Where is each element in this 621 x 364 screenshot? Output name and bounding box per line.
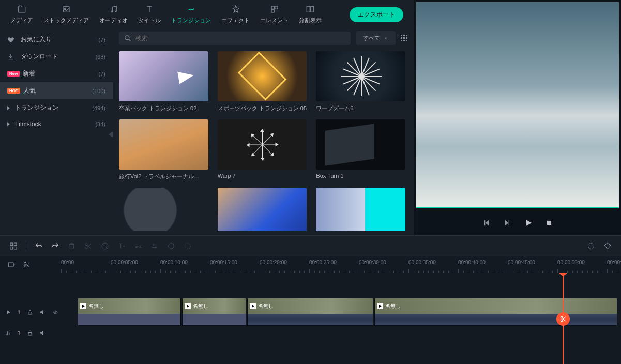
video-track[interactable]: 名無し名無し名無し名無し bbox=[61, 298, 621, 327]
adjust-button[interactable] bbox=[147, 239, 162, 253]
transition-item[interactable]: Box Turn 1 bbox=[316, 119, 405, 180]
search-icon bbox=[124, 35, 131, 42]
transition-item[interactable]: 線形 1 bbox=[316, 188, 405, 231]
delete-button[interactable] bbox=[65, 239, 79, 253]
ruler-label: 00:00:35:00 bbox=[408, 260, 436, 265]
sidebar-item-download[interactable]: ダウンロード(63) bbox=[0, 48, 113, 65]
transition-item[interactable]: Orb Twist 1 bbox=[119, 188, 208, 231]
timeline-clip[interactable]: 名無し bbox=[247, 298, 373, 326]
timeline: 00:0000:00:05:0000:00:10:0000:00:15:0000… bbox=[0, 256, 621, 364]
filter-dropdown[interactable]: すべて bbox=[356, 31, 396, 45]
magnet-icon[interactable] bbox=[23, 261, 31, 269]
step-back-icon[interactable] bbox=[482, 219, 491, 227]
item-label: ワープズーム6 bbox=[316, 104, 405, 112]
color-button[interactable] bbox=[164, 239, 178, 253]
eye-icon[interactable] bbox=[52, 310, 59, 315]
sidebar-item-new[interactable]: New 新着(7) bbox=[0, 65, 113, 82]
main-tabs: メディア ストックメディア オーディオ タイトル トランジション エフェクト エ… bbox=[0, 0, 414, 27]
marker-button[interactable] bbox=[584, 239, 598, 253]
transition-item[interactable]: Warp 7 bbox=[218, 119, 307, 180]
svg-rect-14 bbox=[10, 247, 13, 249]
split-button[interactable] bbox=[81, 239, 96, 253]
tab-titles[interactable]: タイトル bbox=[133, 2, 166, 26]
play-icon bbox=[5, 309, 11, 315]
export-button[interactable]: エクスポート bbox=[350, 7, 403, 22]
clip-play-icon bbox=[250, 303, 256, 309]
clip-name: 名無し bbox=[258, 302, 274, 310]
item-label: スポーツパック トランジション 05 bbox=[218, 104, 307, 112]
tab-audio[interactable]: オーディオ bbox=[94, 2, 133, 26]
tab-elements[interactable]: エレメント bbox=[255, 2, 294, 26]
timeline-clip[interactable]: 名無し bbox=[374, 298, 617, 326]
sidebar-item-popular[interactable]: HOT 人気(100) bbox=[0, 82, 113, 99]
tab-effects[interactable]: エフェクト bbox=[216, 2, 255, 26]
time-ruler[interactable]: 00:0000:00:05:0000:00:10:0000:00:15:0000… bbox=[61, 256, 621, 273]
timeline-clip[interactable]: 名無し bbox=[182, 298, 246, 326]
transition-item[interactable]: ワープズーム6 bbox=[316, 51, 405, 112]
transition-item[interactable]: 旅行Vol2 トラベルジャーナル... bbox=[119, 119, 208, 180]
svg-rect-15 bbox=[14, 247, 17, 249]
svg-point-21 bbox=[588, 243, 594, 249]
collapse-sidebar-handle[interactable] bbox=[109, 131, 113, 138]
timeline-add-icon[interactable] bbox=[7, 261, 16, 269]
sidebar: お気に入り(7) ダウンロード(63) New 新着(7) HOT 人気(100… bbox=[0, 27, 113, 235]
clip-play-icon bbox=[80, 303, 86, 309]
music-icon bbox=[5, 330, 11, 336]
new-badge: New bbox=[7, 71, 20, 77]
lock-icon[interactable] bbox=[27, 309, 33, 315]
svg-rect-27 bbox=[28, 312, 32, 315]
sidebar-item-favorites[interactable]: お気に入り(7) bbox=[0, 31, 113, 48]
timeline-clip[interactable]: 名無し bbox=[78, 298, 181, 326]
sidebar-item-transitions[interactable]: トランジション(494) bbox=[0, 99, 113, 116]
clip-play-icon bbox=[377, 303, 383, 309]
keyframe-button[interactable] bbox=[180, 239, 195, 253]
thumbnail bbox=[316, 119, 405, 170]
svg-rect-8 bbox=[307, 7, 310, 12]
thumbnail bbox=[119, 188, 208, 231]
text-button[interactable] bbox=[114, 239, 129, 253]
playhead[interactable] bbox=[563, 273, 564, 364]
cut-marker-icon[interactable] bbox=[556, 312, 570, 326]
stop-icon[interactable] bbox=[546, 219, 553, 226]
tab-split[interactable]: 分割表示 bbox=[294, 2, 327, 26]
ruler-label: 00:00:15:00 bbox=[210, 260, 237, 265]
svg-rect-13 bbox=[14, 243, 17, 246]
step-forward-icon[interactable] bbox=[503, 219, 511, 227]
undo-button[interactable] bbox=[32, 239, 46, 253]
svg-point-10 bbox=[125, 35, 129, 39]
sidebar-item-filmstock[interactable]: Filmstock(34) bbox=[0, 116, 113, 132]
svg-rect-12 bbox=[10, 243, 13, 246]
settings-button[interactable] bbox=[600, 239, 615, 253]
tab-media[interactable]: メディア bbox=[5, 2, 38, 26]
crop-button[interactable] bbox=[98, 239, 112, 253]
volume-icon[interactable] bbox=[39, 330, 46, 336]
transition-grid: 卒業パック トランジション 02スポーツパック トランジション 05ワープズーム… bbox=[119, 51, 407, 231]
tab-transitions[interactable]: トランジション bbox=[166, 2, 216, 26]
tab-stock[interactable]: ストックメディア bbox=[38, 2, 94, 26]
video-track-head: 1 bbox=[0, 298, 61, 327]
layout-icon[interactable] bbox=[6, 239, 21, 253]
ruler-label: 00:00:45:00 bbox=[508, 260, 535, 265]
transition-item[interactable]: スポーツパック トランジション 05 bbox=[218, 51, 307, 112]
transition-item[interactable]: 卒業パック トランジション 02 bbox=[119, 51, 208, 112]
redo-button[interactable] bbox=[48, 239, 63, 253]
item-label: 卒業パック トランジション 02 bbox=[119, 104, 208, 112]
volume-icon[interactable] bbox=[39, 309, 46, 315]
svg-rect-6 bbox=[275, 6, 277, 9]
search-input[interactable] bbox=[135, 35, 345, 42]
download-icon bbox=[7, 53, 16, 60]
item-label: 旅行Vol2 トラベルジャーナル... bbox=[119, 173, 208, 180]
svg-rect-31 bbox=[28, 333, 32, 336]
view-grid-toggle[interactable] bbox=[401, 35, 407, 41]
lock-icon[interactable] bbox=[27, 330, 33, 336]
item-label: Warp 7 bbox=[218, 173, 307, 179]
search-box[interactable] bbox=[119, 32, 351, 45]
clip-name: 名無し bbox=[88, 302, 104, 310]
svg-point-28 bbox=[54, 312, 56, 313]
chevron-down-icon bbox=[383, 36, 388, 41]
expand-icon bbox=[7, 106, 10, 110]
transition-item[interactable]: Special Effects Skill Pack T... bbox=[218, 188, 307, 231]
speed-button[interactable] bbox=[131, 239, 145, 253]
play-icon[interactable] bbox=[524, 218, 533, 228]
preview-monitor[interactable] bbox=[416, 2, 619, 208]
